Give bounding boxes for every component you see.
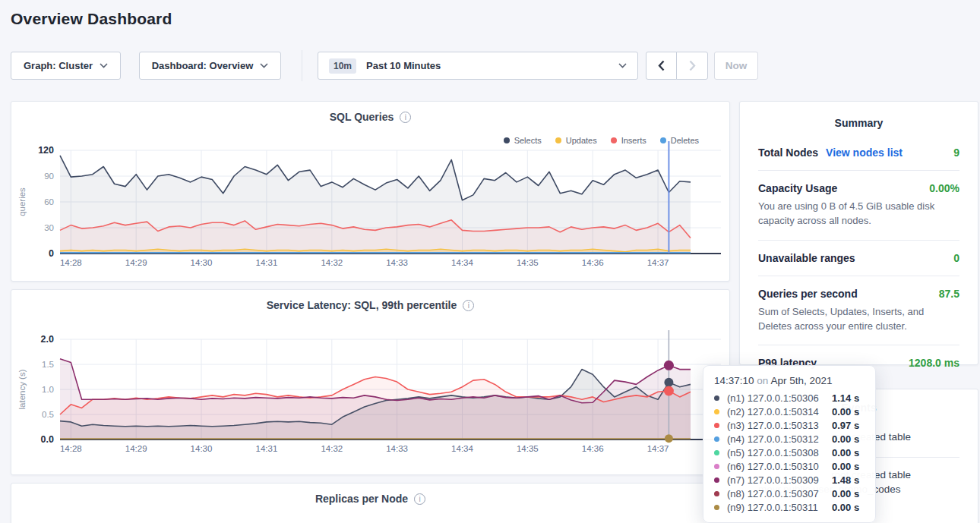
tooltip-node-label: (n4) 127.0.0.1:50312 [727,433,832,445]
capacity-usage-label: Capacity Usage [758,182,837,194]
qps-label: Queries per second [758,288,858,300]
svg-text:14:28: 14:28 [60,258,82,267]
summary-row-unavailable-ranges: Unavailable ranges 0 [758,240,959,276]
tooltip-node-label: (n3) 127.0.0.1:50313 [727,420,832,431]
info-icon[interactable]: i [414,493,425,505]
crosshair-dot [665,434,673,443]
svg-text:14:32: 14:32 [321,444,343,453]
svg-text:14:30: 14:30 [191,258,213,267]
svg-text:0.5: 0.5 [42,410,54,419]
tooltip-header: 14:37:10 on Apr 5th, 2021 [714,375,865,386]
svg-text:14:36: 14:36 [582,444,604,453]
toolbar-divider [302,50,302,81]
tooltip-row: (n2) 127.0.0.1:503140.00 s [714,405,865,418]
chevron-left-icon [658,60,665,71]
unavailable-ranges-label: Unavailable ranges [758,252,855,264]
tooltip-node-label: (n9) 127.0.0.1:50311 [727,502,832,513]
tooltip-node-label: (n7) 127.0.0.1:50309 [727,474,832,486]
graph-dropdown-label: Graph: Cluster [24,60,93,71]
series-dot-icon [714,450,719,455]
svg-text:60: 60 [44,197,54,206]
chevron-down-icon [260,63,268,68]
series-dot-icon [714,464,719,469]
series-dot-icon [714,409,719,414]
tooltip-node-value: 0.97 s [832,420,859,431]
tooltip-row: (n7) 127.0.0.1:503091.48 s [714,473,865,487]
svg-text:14:29: 14:29 [125,258,147,267]
tooltip-node-value: 0.00 s [832,447,859,458]
svg-text:14:36: 14:36 [582,258,604,267]
now-button[interactable]: Now [714,52,758,80]
svg-text:latency (s): latency (s) [17,369,27,409]
tooltip-node-value: 0.00 s [832,433,859,445]
replicas-per-node-title: Replicas per Node [315,493,408,505]
tooltip-node-label: (n6) 127.0.0.1:50310 [727,461,832,472]
summary-panel: Summary Total Nodes View nodes list 9 Ca… [739,101,978,365]
time-range-label: Past 10 Minutes [366,60,441,71]
series-dot-icon [714,491,719,496]
tooltip-date: Apr 5th, 2021 [770,375,832,386]
service-latency-plot[interactable]: 14:2814:2914:3014:3114:3214:3314:3414:35… [11,290,731,476]
summary-row-total-nodes: Total Nodes View nodes list 9 [758,135,959,170]
svg-text:90: 90 [44,172,54,181]
svg-text:30: 30 [44,223,54,232]
tooltip-row: (n4) 127.0.0.1:503120.00 s [714,432,865,446]
series-dot-icon [714,505,719,510]
tooltip-node-value: 0.00 s [832,406,859,417]
svg-text:14:28: 14:28 [60,444,82,453]
svg-text:2.0: 2.0 [41,334,54,345]
svg-text:1.0: 1.0 [42,385,54,394]
dashboard-dropdown[interactable]: Dashboard: Overview [139,52,281,80]
chevron-down-icon [100,63,108,68]
tooltip-node-value: 0.00 s [832,488,859,499]
summary-heading: Summary [758,117,959,129]
series-dot-icon [714,477,719,483]
svg-text:14:33: 14:33 [386,444,408,453]
graph-dropdown[interactable]: Graph: Cluster [11,52,121,80]
tooltip-row: (n1) 127.0.0.1:503061.14 s [714,391,865,405]
capacity-usage-value: 0.00% [929,182,959,194]
crosshair-dot [664,378,673,387]
tooltip-row: (n3) 127.0.0.1:503130.97 s [714,418,865,432]
chevron-down-icon [618,63,627,68]
tooltip-rows: (n1) 127.0.0.1:503061.14 s(n2) 127.0.0.1… [714,391,865,514]
summary-row-capacity: Capacity Usage 0.00% You are using 0 B o… [758,170,959,240]
dashboard-dropdown-label: Dashboard: Overview [152,60,254,71]
replicas-per-node-card: Replicas per Node i [11,483,730,523]
tooltip-node-value: 0.00 s [832,502,859,513]
summary-row-qps: Queries per second 87.5 Sum of Selects, … [758,276,959,345]
unavailable-ranges-value: 0 [953,252,959,264]
view-nodes-list-link[interactable]: View nodes list [826,147,903,159]
chevron-right-icon [689,60,696,71]
tooltip-row: (n5) 127.0.0.1:503080.00 s [714,446,865,459]
p99-latency-value: 1208.0 ms [909,357,959,369]
time-range-prev-button[interactable] [646,52,677,80]
crosshair-dot [664,361,674,370]
qps-desc: Sum of Selects, Updates, Inserts, and De… [758,305,959,334]
time-range-next-button[interactable] [676,52,708,80]
crosshair-dot [664,386,674,396]
svg-text:14:29: 14:29 [125,444,147,453]
tooltip-row: (n8) 127.0.0.1:503070.00 s [714,487,865,500]
time-range-dropdown[interactable]: 10m Past 10 Minutes [318,52,638,80]
tooltip-node-label: (n1) 127.0.0.1:50306 [727,392,832,404]
svg-text:0.0: 0.0 [41,434,54,445]
tooltip-node-label: (n5) 127.0.0.1:50308 [727,447,832,458]
svg-text:14:31: 14:31 [256,258,278,267]
tooltip-node-value: 1.48 s [832,474,859,486]
tooltip-node-label: (n2) 127.0.0.1:50314 [727,406,832,417]
capacity-usage-desc: You are using 0 B of 4.5 GiB usable disk… [758,200,959,228]
svg-text:14:35: 14:35 [517,258,539,267]
total-nodes-value: 9 [953,147,959,159]
svg-text:14:30: 14:30 [191,444,213,453]
sql-queries-card: SQL Queries i Selects Updates Inserts De… [11,101,730,282]
replicas-per-node-title-row: Replicas per Node i [11,493,729,505]
svg-text:14:37: 14:37 [647,258,669,267]
svg-text:14:34: 14:34 [451,444,473,453]
sql-queries-plot[interactable]: 14:2814:2914:3014:3114:3214:3314:3414:35… [11,102,731,282]
series-dot-icon [714,423,719,428]
svg-text:14:34: 14:34 [451,258,473,267]
svg-text:14:33: 14:33 [386,258,408,267]
service-latency-card: Service Latency: SQL, 99th percentile i … [11,289,730,475]
svg-text:14:35: 14:35 [517,444,539,453]
